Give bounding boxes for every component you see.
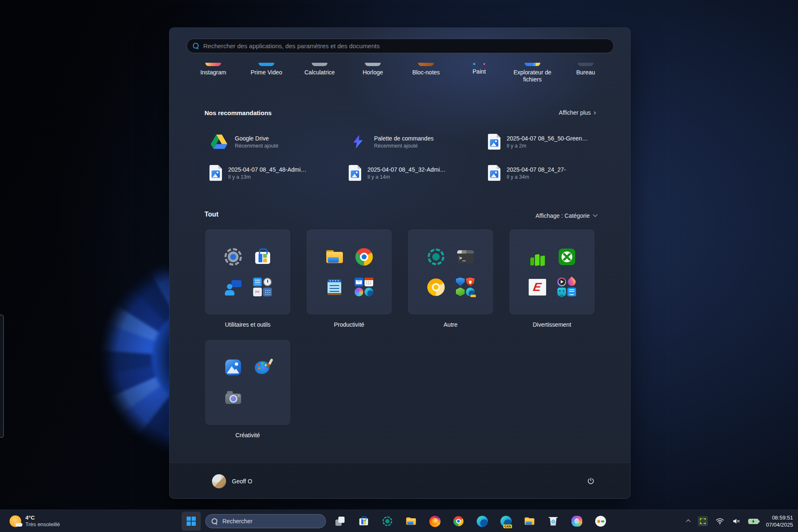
pinned-app-explorateur[interactable]: Explorateur de fichiers xyxy=(506,63,559,83)
pinned-app-calculatrice[interactable]: Calculatrice xyxy=(293,63,346,83)
chevron-up-icon xyxy=(686,520,690,524)
category-tile-creativite[interactable] xyxy=(205,340,290,425)
category-label: Autre xyxy=(408,321,493,328)
user-name: Geoff O xyxy=(232,478,252,485)
pinned-app-label: Explorateur de fichiers xyxy=(506,69,559,83)
chrome-icon xyxy=(453,516,464,527)
firefox-icon xyxy=(429,516,441,527)
pinned-app-bloc-notes[interactable]: Bloc-notes xyxy=(399,63,453,83)
media-cluster-icon[interactable] xyxy=(557,278,576,297)
image-file-icon xyxy=(488,134,500,150)
copilot-button[interactable] xyxy=(567,512,586,531)
settings-icon[interactable] xyxy=(224,247,243,266)
category-tile-productivite[interactable] xyxy=(307,229,392,314)
show-more-button[interactable]: Afficher plus › xyxy=(556,108,599,117)
avatar xyxy=(212,474,226,488)
user-account-button[interactable]: Geoff O xyxy=(209,472,256,491)
get-help-icon[interactable] xyxy=(224,278,243,297)
category-tile-utilitaires[interactable] xyxy=(205,229,290,314)
category-label: Productivité xyxy=(307,321,392,328)
dashed-ring-app-icon[interactable] xyxy=(426,247,446,266)
edge-canary-button[interactable]: CAN xyxy=(496,512,515,531)
image-file-icon xyxy=(488,165,500,181)
all-section-title: Tout xyxy=(204,211,218,218)
recommended-item-google-drive[interactable]: Google Drive Récemment ajouté xyxy=(209,132,349,152)
start-menu: Instagram Prime Video Calculatrice Horlo… xyxy=(169,27,631,499)
pinned-app-instagram[interactable]: Instagram xyxy=(187,63,240,83)
recommended-item-file[interactable]: 2025-04-07 08_45_48-Admi… Il y a 13m xyxy=(209,163,349,183)
edge-canary-icon: CAN xyxy=(500,516,512,527)
recommended-item-subtitle: Il y a 13m xyxy=(228,174,306,180)
tools-cluster-icon[interactable] xyxy=(253,278,272,297)
image-file-icon xyxy=(349,165,361,181)
edge-mini-icon xyxy=(365,288,373,296)
google-drive-icon xyxy=(209,132,229,151)
view-category-dropdown[interactable]: Affichage : Catégorie xyxy=(533,212,600,220)
file-explorer-icon[interactable] xyxy=(325,247,344,266)
category-utilitaires: Utilitaires et outils xyxy=(205,229,290,328)
recycle-bin-button[interactable] xyxy=(544,512,563,531)
camera-icon[interactable] xyxy=(224,388,243,407)
category-tile-autre[interactable] xyxy=(408,229,493,314)
terminal-icon[interactable] xyxy=(456,247,475,266)
microsoft-store-icon[interactable] xyxy=(253,247,272,266)
green-panels-app-icon[interactable] xyxy=(528,246,547,268)
background-window-sliver[interactable] xyxy=(0,315,4,438)
photos-icon[interactable] xyxy=(224,358,243,377)
recycle-bin-icon xyxy=(548,516,559,527)
circle-app-button[interactable] xyxy=(591,512,610,531)
taskbar-search[interactable]: Rechercher xyxy=(205,514,326,528)
paint-icon xyxy=(471,63,487,65)
paint-icon[interactable] xyxy=(253,358,272,377)
start-button[interactable] xyxy=(182,512,201,531)
recommended-item-file[interactable]: 2025-04-07 08_56_50-Green… Il y a 2m xyxy=(488,132,627,152)
folder-window-button[interactable] xyxy=(520,512,539,531)
chrome-icon[interactable] xyxy=(355,247,374,266)
power-button[interactable] xyxy=(583,473,598,489)
recommended-item-command-palette[interactable]: Palette de commandes Récemment ajouté xyxy=(349,132,488,152)
dashed-ring-app-button[interactable] xyxy=(378,512,397,531)
pinned-app-label: Horloge xyxy=(346,69,399,76)
weather-widget[interactable]: 4°C Très ensoleillé xyxy=(6,510,63,532)
battery-button[interactable] xyxy=(746,517,761,526)
recommended-item-title: 2025-04-07 08_24_27- xyxy=(507,166,566,173)
clock[interactable]: 08:59:51 07/04/2025 xyxy=(766,514,795,528)
firefox-button[interactable] xyxy=(425,512,444,531)
tray-overflow-button[interactable] xyxy=(685,518,692,525)
notepad-icon[interactable] xyxy=(325,278,344,297)
prime-video-mini-icon xyxy=(567,288,576,296)
category-tile-divertissement[interactable] xyxy=(510,229,594,314)
pinned-app-prime-video[interactable]: Prime Video xyxy=(240,63,293,83)
xbox-icon[interactable] xyxy=(557,247,576,266)
folder-icon xyxy=(524,516,535,527)
volume-button[interactable] xyxy=(730,515,742,527)
microsoft-store-icon xyxy=(358,516,369,527)
recommended-item-file[interactable]: 2025-04-07 08_45_32-Admi… Il y a 14m xyxy=(349,163,488,183)
pinned-app-bureau[interactable]: Bureau xyxy=(559,63,612,83)
pinned-app-paint[interactable]: Paint xyxy=(453,63,506,83)
chevron-down-icon xyxy=(593,212,597,217)
office-cluster-icon[interactable] xyxy=(355,278,374,297)
taskbar: 4°C Très ensoleillé Rechercher xyxy=(0,510,798,532)
search-input[interactable] xyxy=(203,42,608,49)
chrome-button[interactable] xyxy=(449,512,468,531)
mail-mini-icon xyxy=(355,278,363,286)
search-icon xyxy=(212,518,218,525)
edge-button[interactable] xyxy=(473,512,492,531)
chrome-canary-icon[interactable] xyxy=(426,278,446,297)
network-button[interactable] xyxy=(714,515,726,527)
microsoft-store-button[interactable] xyxy=(354,512,373,531)
greenshot-tray-button[interactable] xyxy=(696,515,709,528)
show-more-label: Afficher plus xyxy=(559,109,591,116)
start-search-box[interactable] xyxy=(187,39,614,53)
browsers-cluster-icon[interactable] xyxy=(456,278,475,297)
pinned-app-horloge[interactable]: Horloge xyxy=(346,63,399,83)
file-explorer-button[interactable] xyxy=(401,512,421,531)
windows-logo-icon xyxy=(187,517,196,526)
file-explorer-icon xyxy=(525,63,540,66)
desktop: Instagram Prime Video Calculatrice Horlo… xyxy=(0,0,798,532)
espn-icon[interactable] xyxy=(528,278,547,297)
recommended-item-file[interactable]: 2025-04-07 08_24_27- Il y a 34m xyxy=(488,163,627,183)
task-view-button[interactable] xyxy=(330,512,350,531)
notepad-icon xyxy=(418,63,434,66)
